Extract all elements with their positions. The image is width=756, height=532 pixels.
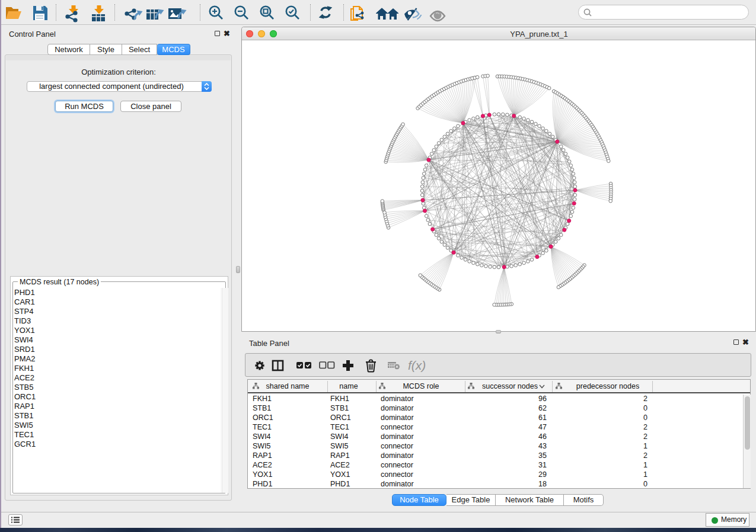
svg-text:f(x): f(x) [408,358,426,372]
